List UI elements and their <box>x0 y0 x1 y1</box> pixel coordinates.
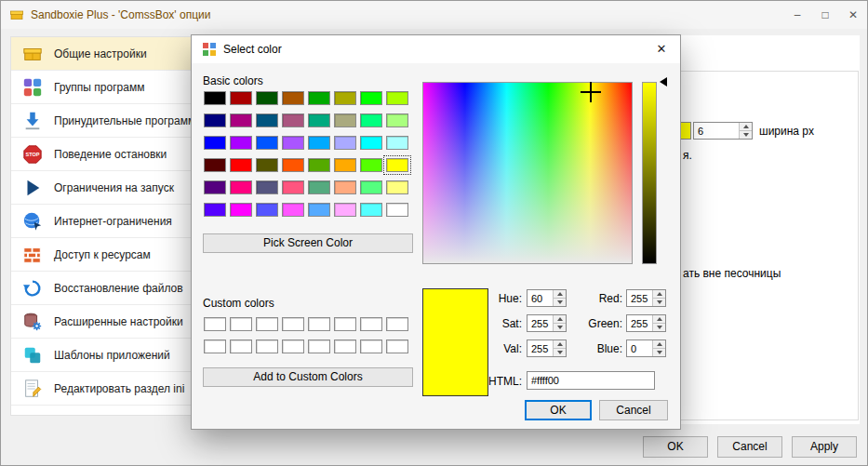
basic-color-swatch[interactable] <box>282 203 304 217</box>
value-slider[interactable] <box>642 82 657 264</box>
sat-spinbox[interactable]: 255 <box>527 314 567 332</box>
spin-down-button[interactable] <box>653 298 665 306</box>
sidebar-item-general-settings[interactable]: Общие настройки <box>11 37 200 71</box>
sidebar-item-edit-ini[interactable]: Редактировать раздел ini <box>11 372 200 406</box>
basic-color-swatch[interactable] <box>360 180 382 194</box>
value-slider-arrow[interactable] <box>660 77 667 87</box>
cancel-button[interactable]: Cancel <box>717 436 782 458</box>
basic-color-swatch[interactable] <box>256 203 278 217</box>
basic-color-swatch[interactable] <box>256 180 278 194</box>
basic-color-swatch[interactable] <box>308 136 330 150</box>
basic-color-swatch[interactable] <box>204 113 226 127</box>
basic-color-swatch[interactable] <box>334 158 356 172</box>
red-spinbox[interactable]: 255 <box>626 289 666 307</box>
blue-spinbox[interactable]: 0 <box>626 340 666 357</box>
basic-color-swatch[interactable] <box>230 203 252 217</box>
custom-color-swatch[interactable] <box>256 340 278 353</box>
basic-color-swatch[interactable] <box>204 91 226 105</box>
sidebar-item-internet-restrictions[interactable]: Интернет-ограничения <box>11 205 200 238</box>
basic-color-swatch[interactable] <box>334 203 356 217</box>
basic-color-swatch[interactable] <box>308 158 330 172</box>
basic-color-swatch[interactable] <box>334 180 356 194</box>
basic-color-swatch[interactable] <box>334 91 356 105</box>
close-button[interactable]: ✕ <box>839 1 867 29</box>
hue-spinbox[interactable]: 60 <box>527 289 567 307</box>
basic-color-swatch[interactable] <box>386 113 408 127</box>
custom-color-swatch[interactable] <box>256 317 278 331</box>
dialog-cancel-button[interactable]: Cancel <box>599 400 668 420</box>
custom-color-swatch[interactable] <box>334 317 356 331</box>
sidebar-item-start-restrictions[interactable]: Ограничения на запуск <box>11 171 200 205</box>
sidebar-item-resource-access[interactable]: Доступ к ресурсам <box>11 238 200 272</box>
custom-color-swatch[interactable] <box>230 340 252 353</box>
sidebar-item-advanced-settings[interactable]: Расширенные настройки <box>11 305 200 339</box>
custom-color-swatch[interactable] <box>386 317 408 331</box>
custom-color-swatch[interactable] <box>334 340 356 353</box>
basic-color-swatch[interactable] <box>204 203 226 217</box>
spin-up-button[interactable] <box>653 290 665 298</box>
ok-button[interactable]: OK <box>643 436 708 458</box>
basic-color-swatch[interactable] <box>360 113 382 127</box>
spin-down-button[interactable] <box>653 348 665 356</box>
add-to-custom-colors-button[interactable]: Add to Custom Colors <box>203 367 413 387</box>
pick-screen-color-button[interactable]: Pick Screen Color <box>203 233 413 253</box>
dialog-close-button[interactable]: ✕ <box>643 35 680 63</box>
apply-button[interactable]: Apply <box>792 436 857 458</box>
green-spinbox[interactable]: 255 <box>626 314 666 332</box>
custom-color-swatch[interactable] <box>230 317 252 331</box>
spin-down-button[interactable] <box>740 130 752 139</box>
maximize-button[interactable]: □ <box>811 1 839 29</box>
sidebar-item-app-templates[interactable]: Шаблоны приложений <box>11 339 200 372</box>
custom-color-swatch[interactable] <box>282 317 304 331</box>
basic-color-swatch[interactable] <box>256 158 278 172</box>
basic-color-swatch[interactable] <box>204 180 226 194</box>
custom-color-swatch[interactable] <box>204 340 226 353</box>
minimize-button[interactable]: – <box>783 1 811 29</box>
basic-color-swatch[interactable] <box>204 136 226 150</box>
basic-color-swatch[interactable] <box>308 113 330 127</box>
basic-color-swatch[interactable] <box>282 180 304 194</box>
spin-up-button[interactable] <box>653 340 665 348</box>
basic-color-swatch[interactable] <box>230 158 252 172</box>
basic-color-swatch[interactable] <box>386 203 408 217</box>
basic-color-swatch[interactable] <box>334 113 356 127</box>
sidebar-item-file-recovery[interactable]: Восстановление файлов <box>11 272 200 305</box>
custom-color-swatch[interactable] <box>308 317 330 331</box>
spin-down-button[interactable] <box>653 323 665 331</box>
spin-up-button[interactable] <box>653 315 665 323</box>
basic-color-swatch[interactable] <box>282 136 304 150</box>
spin-up-button[interactable] <box>740 123 752 130</box>
basic-color-swatch[interactable] <box>386 136 408 150</box>
basic-color-swatch[interactable] <box>360 203 382 217</box>
basic-color-swatch[interactable] <box>334 136 356 150</box>
basic-color-swatch[interactable] <box>256 136 278 150</box>
dialog-ok-button[interactable]: OK <box>525 400 592 420</box>
basic-color-swatch[interactable] <box>282 113 304 127</box>
border-width-spinbox[interactable]: 6 <box>693 122 753 140</box>
custom-color-swatch[interactable] <box>360 340 382 353</box>
basic-color-swatch[interactable] <box>230 180 252 194</box>
custom-color-swatch[interactable] <box>386 340 408 353</box>
html-color-input[interactable] <box>527 371 655 390</box>
basic-color-swatch[interactable] <box>230 91 252 105</box>
sidebar-item-stop-behaviour[interactable]: STOP Поведение остановки <box>11 138 200 171</box>
custom-color-swatch[interactable] <box>282 340 304 353</box>
basic-color-swatch[interactable] <box>308 180 330 194</box>
val-spinbox[interactable]: 255 <box>527 340 567 357</box>
basic-color-swatch[interactable] <box>204 158 226 172</box>
basic-color-swatch[interactable] <box>282 91 304 105</box>
basic-color-swatch[interactable] <box>386 158 408 172</box>
basic-color-swatch[interactable] <box>360 158 382 172</box>
basic-color-swatch[interactable] <box>386 180 408 194</box>
custom-color-swatch[interactable] <box>204 317 226 331</box>
sidebar-item-program-groups[interactable]: Группы программ <box>11 71 200 104</box>
basic-color-swatch[interactable] <box>360 91 382 105</box>
custom-color-swatch[interactable] <box>360 317 382 331</box>
basic-color-swatch[interactable] <box>308 91 330 105</box>
basic-color-swatch[interactable] <box>360 136 382 150</box>
hue-sat-field[interactable] <box>422 82 633 264</box>
basic-color-swatch[interactable] <box>230 113 252 127</box>
basic-color-swatch[interactable] <box>282 158 304 172</box>
sidebar-item-forced-programs[interactable]: Принудительные программы <box>11 104 200 138</box>
basic-color-swatch[interactable] <box>256 113 278 127</box>
